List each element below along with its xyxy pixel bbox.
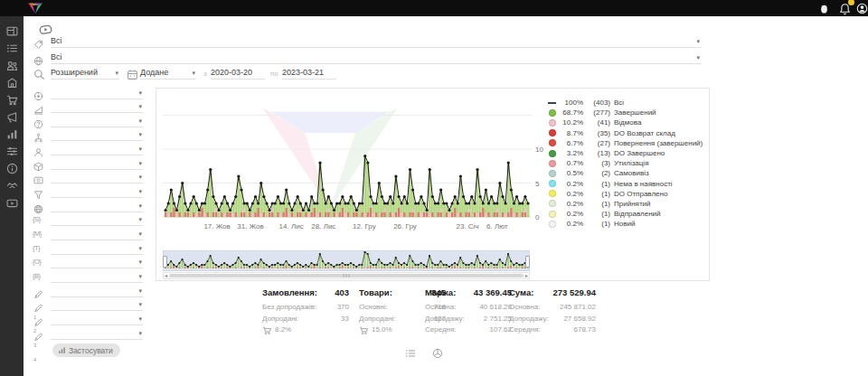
sidebar-item-cart[interactable] — [6, 93, 18, 105]
search-mode-select[interactable]: Розширений▾ — [51, 68, 119, 80]
filter-select-pencil1[interactable]: ▾ — [51, 286, 143, 297]
filter-select-brace-S[interactable]: ▾ — [51, 214, 143, 226]
calendar-icon[interactable] — [127, 69, 138, 80]
video-filter-icon[interactable] — [39, 23, 52, 34]
filter-select-brace-O[interactable]: ▾ — [51, 257, 143, 268]
navigator-left-handle[interactable] — [163, 256, 167, 268]
list-view-icon[interactable] — [405, 348, 416, 359]
funnel-icon — [33, 190, 43, 200]
globe-icon — [33, 204, 43, 214]
settings-icon — [6, 146, 18, 157]
sidebar-item-marketing[interactable] — [6, 110, 18, 122]
sidebar-item-partners[interactable] — [6, 179, 18, 191]
users-icon — [6, 60, 18, 71]
sidebar-item-analytics[interactable] — [6, 127, 18, 139]
legend-item[interactable]: 0.2%(1)Нема в наявності — [548, 179, 709, 189]
filter-select-tags[interactable]: Всі▾ — [51, 36, 701, 48]
chart-navigator[interactable] — [163, 250, 530, 271]
partners-icon — [6, 180, 18, 192]
stat-title: Сума:273 529.94 — [509, 287, 596, 297]
date-to-input[interactable]: 2023-03-21 — [282, 68, 336, 80]
filter-select-help[interactable]: ▾ — [51, 116, 143, 127]
navigator-scrollbar[interactable]: ◂ ▸ — [163, 272, 530, 279]
search-icon[interactable] — [33, 69, 45, 80]
brace-icon: {O} — [33, 258, 41, 266]
app-logo-icon[interactable] — [26, 1, 44, 15]
filter-select-screen[interactable]: ▾ — [51, 172, 143, 183]
profile-egg-icon[interactable] — [818, 3, 830, 14]
marketing-icon — [6, 111, 18, 123]
pencil-icon — [33, 289, 43, 299]
account-icon[interactable] — [856, 3, 868, 14]
cart-icon — [6, 94, 18, 106]
legend-item[interactable]: 0.2%(1)DO Отправлено — [548, 189, 709, 199]
top-bar — [0, 0, 868, 16]
legend-item[interactable]: 8.7%(35)DO Возврат склад — [548, 128, 709, 138]
x-tick-label: 23. Січ — [456, 222, 478, 230]
sidebar-item-orders-list[interactable] — [6, 42, 18, 53]
status-icon — [33, 91, 43, 101]
filter-select-pencil2[interactable]: ▾ — [51, 299, 143, 311]
legend-item[interactable]: 6.7%(27)Повернення (завершений) — [548, 138, 709, 148]
filter-select-globe[interactable]: ▾ — [51, 201, 143, 212]
notifications-bell-icon[interactable] — [839, 3, 851, 14]
legend-item[interactable]: 0.5%(2)Самовивіз — [548, 168, 709, 178]
scroll-left-icon[interactable]: ◂ — [165, 272, 167, 278]
legend-item[interactable]: 0.2%(1)Прийнятий — [548, 199, 709, 209]
stat-title: Замовлення:403 — [262, 287, 349, 297]
brace-icon: {B} — [33, 272, 41, 280]
filter-select-hierarchy[interactable]: ▾ — [51, 129, 143, 141]
stat-column: Маржа:43 369.45Основна:40 618.20Допродаж… — [425, 287, 512, 336]
orders-chart[interactable] — [163, 90, 532, 221]
sidebar-item-dashboard[interactable] — [6, 24, 18, 36]
legend-item[interactable]: 68.7%(277)Завершений — [548, 108, 709, 118]
pencil-icon — [33, 332, 43, 342]
cart-upsell-icon — [359, 325, 369, 335]
date-field-select[interactable]: Додане▾ — [140, 68, 196, 80]
scroll-right-icon[interactable]: ▸ — [525, 272, 528, 278]
filter-select-status[interactable]: ▾ — [51, 88, 143, 99]
filter-select-pencil3[interactable]: ▾ — [51, 314, 143, 325]
stat-row: Допродані:33 — [262, 314, 349, 325]
filter-select-pencil4[interactable]: ▾ — [51, 328, 143, 340]
stat-title: Маржа:43 369.45 — [425, 287, 512, 297]
sidebar-item-settings[interactable] — [6, 145, 18, 156]
help-icon — [33, 119, 43, 129]
legend-item[interactable]: 100%(403)Всі — [548, 98, 709, 108]
filter-select-cube[interactable]: ▾ — [51, 158, 143, 170]
filter-select-product[interactable]: Всі▾ — [51, 52, 701, 64]
pie-view-icon[interactable] — [432, 348, 443, 359]
filter-select-brace-M[interactable]: ▾ — [51, 229, 143, 240]
info-icon — [6, 163, 18, 174]
x-tick-label: 26. Гру — [393, 222, 417, 230]
x-tick-label: 28. Лис — [311, 222, 335, 230]
scrollbar-thumb[interactable] — [169, 274, 524, 277]
product-icon — [33, 56, 43, 66]
y-tick-label: 10 — [535, 146, 548, 154]
notification-badge — [848, 0, 854, 5]
legend-item[interactable]: 10.2%(41)Відмова — [548, 118, 709, 127]
filter-select-brace-T[interactable]: ▾ — [51, 243, 143, 255]
stat-row: Основна:245 871.02 — [509, 302, 596, 314]
stat-column: Замовлення:403Без допродажів:370Допродан… — [262, 287, 349, 336]
filter-select-level[interactable]: ▾ — [51, 101, 143, 113]
filter-select-funnel[interactable]: ▾ — [51, 186, 143, 198]
sidebar-item-store[interactable] — [6, 76, 18, 88]
date-from-input[interactable]: 2020-03-20 — [211, 68, 265, 80]
filter-select-brace-B[interactable]: ▾ — [51, 271, 143, 283]
stat-row: 8.2% — [262, 324, 349, 336]
filter-select-person[interactable]: ▾ — [51, 144, 143, 155]
sidebar-item-users[interactable] — [6, 59, 18, 70]
x-tick-label: 6. Лют — [486, 222, 508, 230]
legend-item[interactable]: 3.2%(13)DO Завершено — [548, 148, 709, 158]
legend-item[interactable]: 0.2%(1)Відправлений — [548, 209, 709, 219]
legend-item[interactable]: 0.2%(1)Новий — [548, 219, 709, 229]
stat-row: Допродажу:27 658.92 — [509, 314, 596, 325]
sidebar-item-video[interactable] — [6, 196, 18, 208]
navigator-right-handle[interactable] — [525, 256, 530, 268]
sidebar-item-info[interactable] — [6, 162, 18, 174]
x-tick-label: 12. Гру — [353, 222, 376, 230]
legend-item[interactable]: 0.7%(3)Утилізація — [548, 158, 709, 168]
pencil-icon — [33, 317, 43, 327]
apply-button[interactable]: Застосувати — [52, 343, 120, 357]
